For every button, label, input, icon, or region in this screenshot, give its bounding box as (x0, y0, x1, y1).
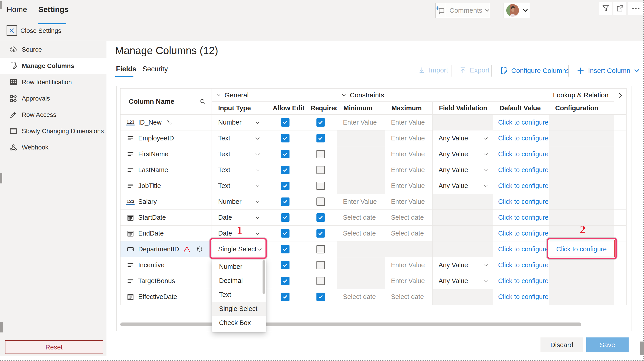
column-name-cell[interactable]: EmployeeID (120, 130, 212, 146)
dropdown-option-single-select[interactable]: Single Select (212, 302, 266, 316)
allow-edits-checkbox[interactable] (266, 130, 304, 146)
checkbox-checked[interactable] (316, 213, 325, 222)
column-name-cell[interactable]: TargetBonus (120, 273, 212, 289)
column-name-cell[interactable]: DepartmentID (120, 242, 212, 257)
minimum-input[interactable]: Enter Value (337, 114, 385, 130)
required-checkbox[interactable] (304, 162, 337, 178)
horizontal-scrollbar[interactable] (120, 322, 581, 326)
column-name-cell[interactable]: FirstName (120, 146, 212, 162)
sidebar-item-source[interactable]: Source (0, 42, 106, 58)
minimum-input[interactable]: Select date (337, 226, 385, 242)
required-checkbox[interactable] (304, 257, 337, 273)
search-icon[interactable] (199, 98, 206, 105)
allow-edits-checkbox[interactable] (266, 273, 304, 289)
allow-edits-checkbox[interactable] (266, 146, 304, 162)
allow-edits-checkbox[interactable] (266, 162, 304, 178)
dropdown-option-check-box[interactable]: Check Box (212, 316, 266, 330)
default-value-configure-link[interactable]: Click to configure (493, 146, 549, 162)
default-value-configure-link[interactable]: Click to configure (493, 114, 549, 130)
checkbox-unchecked[interactable] (316, 261, 325, 269)
checkbox-checked[interactable] (281, 277, 290, 285)
export-button[interactable]: Export (459, 66, 490, 74)
insert-column-button[interactable]: Insert Column (576, 66, 640, 75)
required-checkbox[interactable] (304, 273, 337, 289)
required-checkbox[interactable] (304, 178, 337, 194)
sidebar-item-manage-columns[interactable]: Manage Columns (0, 58, 106, 74)
checkbox-checked[interactable] (281, 182, 290, 190)
default-value-configure-link[interactable]: Click to configure (493, 289, 549, 305)
input-type-select[interactable]: Text (212, 130, 266, 146)
checkbox-checked[interactable] (316, 229, 325, 238)
sidebar-item-row-access[interactable]: Row Access (0, 107, 106, 123)
checkbox-checked[interactable] (281, 213, 290, 222)
input-type-select[interactable]: Text (212, 162, 266, 178)
dropdown-option-text[interactable]: Text (212, 288, 266, 302)
checkbox-checked[interactable] (281, 229, 290, 238)
default-value-configure-link[interactable]: Click to configure (493, 130, 549, 146)
checkbox-checked[interactable] (281, 166, 290, 174)
checkbox-checked[interactable] (281, 198, 290, 206)
checkbox-checked[interactable] (281, 245, 290, 254)
input-type-select[interactable]: Number (212, 194, 266, 210)
dropdown-scrollbar[interactable] (262, 260, 265, 294)
allow-edits-checkbox[interactable] (266, 178, 304, 194)
maximum-input[interactable]: Select date (385, 289, 433, 305)
column-name-cell[interactable]: 123ID_New (120, 114, 212, 130)
group-header-general[interactable]: General (212, 88, 337, 102)
field-validation-select[interactable]: Any Value (433, 273, 493, 289)
checkbox-checked[interactable] (281, 150, 290, 158)
save-button[interactable]: Save (586, 338, 628, 352)
discard-button[interactable]: Discard (540, 338, 583, 352)
checkbox-checked[interactable] (281, 134, 290, 142)
allow-edits-checkbox[interactable] (266, 242, 304, 257)
default-value-configure-link[interactable]: Click to configure (493, 242, 549, 257)
account-menu[interactable] (504, 3, 530, 18)
checkbox-unchecked[interactable] (316, 150, 325, 158)
checkbox-checked[interactable] (281, 118, 290, 126)
required-checkbox[interactable] (304, 210, 337, 226)
maximum-input[interactable]: Enter Value (385, 273, 433, 289)
default-value-configure-link[interactable]: Click to configure (493, 257, 549, 273)
minimum-input[interactable]: Select date (337, 210, 385, 226)
checkbox-checked[interactable] (281, 292, 290, 301)
maximum-input[interactable]: Select date (385, 210, 433, 226)
required-checkbox[interactable] (304, 226, 337, 242)
required-checkbox[interactable] (304, 242, 337, 257)
comments-button[interactable]: Comments (435, 3, 490, 18)
allow-edits-checkbox[interactable] (266, 289, 304, 305)
close-settings-label[interactable]: Close Settings (20, 27, 62, 34)
tab-security[interactable]: Security (142, 65, 168, 73)
maximum-input[interactable]: Enter Value (385, 162, 433, 178)
checkbox-checked[interactable] (316, 118, 325, 126)
maximum-input[interactable]: Enter Value (385, 114, 433, 130)
field-validation-select[interactable]: Any Value (433, 146, 493, 162)
input-type-select[interactable]: Number (212, 114, 266, 130)
allow-edits-checkbox[interactable] (266, 210, 304, 226)
nav-item-settings[interactable]: Settings (38, 5, 69, 14)
maximum-input[interactable]: Select date (385, 226, 433, 242)
sidebar-item-approvals[interactable]: Approvals (0, 90, 106, 107)
default-value-configure-link[interactable]: Click to configure (493, 210, 549, 226)
allow-edits-checkbox[interactable] (266, 226, 304, 242)
minimum-input[interactable]: Enter Value (337, 194, 385, 210)
chevron-down-icon[interactable] (216, 92, 221, 98)
checkbox-checked[interactable] (316, 292, 325, 301)
field-validation-select[interactable]: Any Value (433, 130, 493, 146)
maximum-input[interactable]: Enter Value (385, 194, 433, 210)
checkbox-unchecked[interactable] (316, 166, 325, 174)
expand-button[interactable] (614, 2, 626, 15)
minimum-input[interactable]: Select date (337, 289, 385, 305)
required-checkbox[interactable] (304, 194, 337, 210)
maximum-input[interactable]: Enter Value (385, 257, 433, 273)
default-value-configure-link[interactable]: Click to configure (493, 178, 549, 194)
allow-edits-checkbox[interactable] (266, 114, 304, 130)
nav-item-home[interactable]: Home (6, 5, 27, 14)
checkbox-checked[interactable] (316, 134, 325, 142)
required-checkbox[interactable] (304, 114, 337, 130)
import-button[interactable]: Import (418, 66, 448, 74)
group-header-lookup-relation[interactable]: Lookup & Relation (549, 88, 614, 102)
maximum-input[interactable]: Enter Value (385, 178, 433, 194)
required-checkbox[interactable] (304, 130, 337, 146)
column-name-cell[interactable]: EffectiveDate (120, 289, 212, 305)
checkbox-unchecked[interactable] (316, 277, 325, 285)
